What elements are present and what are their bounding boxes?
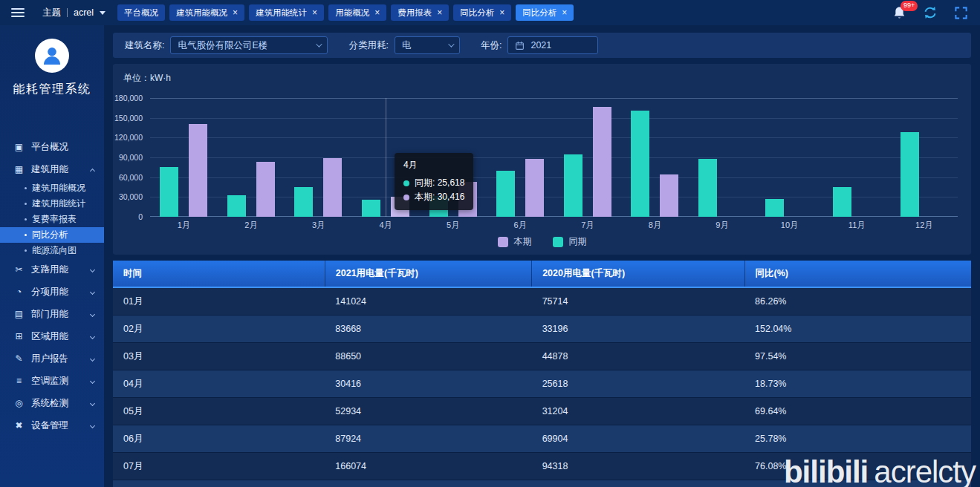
bar-本期-2月[interactable]: [256, 162, 275, 217]
bullet-icon: [25, 187, 27, 189]
yoy-chart-panel: 单位：kW·h 180,000150,000120,00090,00060,00…: [113, 64, 971, 255]
bar-本期-6月[interactable]: [525, 159, 544, 217]
tab-close-icon[interactable]: ×: [233, 8, 238, 17]
category-select[interactable]: 电: [395, 36, 460, 54]
series-dot-icon: [403, 195, 409, 200]
tab-close-icon[interactable]: ×: [562, 8, 567, 17]
table-cell: 02月: [113, 316, 325, 343]
series-dot-icon: [403, 180, 409, 186]
y-tick-label: 60,000: [119, 173, 143, 182]
sidebar-item-branch-energy[interactable]: ✂支路用能: [0, 258, 104, 281]
app-logo: [35, 39, 69, 73]
sidebar-subitem-building-energy-overview[interactable]: 建筑用能概况: [0, 180, 104, 196]
bar-同期-1月[interactable]: [160, 167, 178, 217]
table-cell: 06月: [113, 425, 325, 453]
building-select[interactable]: 电气股份有限公司E楼: [170, 36, 328, 54]
bar-同期-6月[interactable]: [496, 171, 515, 217]
sidebar-subitem-energy-flow-diagram[interactable]: 能源流向图: [0, 243, 104, 258]
refresh-button[interactable]: [923, 5, 938, 20]
table-cell: 31204: [532, 398, 744, 425]
table-cell: 152.04%: [744, 316, 971, 343]
bar-同期-2月[interactable]: [227, 195, 246, 218]
bar-同期-10月[interactable]: [765, 199, 784, 217]
bar-同期-7月[interactable]: [564, 154, 583, 217]
tab-cost-report[interactable]: 费用报表×: [391, 4, 449, 21]
table-cell: 25.78%: [744, 425, 971, 453]
chart-legend: 本期同期: [113, 235, 971, 248]
building-icon: ▦: [13, 164, 25, 174]
sidebar-item-system-check[interactable]: ◎系统检测: [0, 392, 104, 414]
hamburger-menu-icon[interactable]: [11, 8, 25, 17]
sidebar-item-region-energy[interactable]: ⊞区域用能: [0, 325, 104, 347]
sidebar-subitem-tariff-report[interactable]: 复费率报表: [0, 212, 104, 227]
y-tick-label: 0: [138, 212, 143, 221]
axis-pointer-line: [386, 98, 386, 217]
sidebar-subitem-building-energy-stats[interactable]: 建筑用能统计: [0, 196, 104, 212]
bar-同期-11月[interactable]: [833, 187, 851, 217]
table-cell: 18.73%: [744, 370, 971, 398]
x-tick-label: 7月: [554, 220, 621, 231]
bar-本期-3月[interactable]: [323, 158, 342, 217]
table-cell: 87924: [325, 425, 531, 453]
theme-label[interactable]: 主题: [42, 7, 61, 19]
x-tick-label: 2月: [218, 220, 285, 231]
y-tick-label: 150,000: [114, 114, 143, 122]
legend-item-同期[interactable]: 同期: [553, 235, 587, 248]
sidebar-item-label: 支路用能: [31, 264, 68, 276]
column-header: 同比(%): [744, 261, 971, 287]
sidebar-item-department-energy[interactable]: ▤部门用能: [0, 303, 104, 325]
y-tick-label: 30,000: [119, 192, 143, 201]
year-picker[interactable]: 2021: [507, 36, 598, 54]
sidebar-item-platform-overview[interactable]: ▣平台概况: [0, 136, 104, 158]
bar-本期-7月[interactable]: [593, 107, 611, 217]
tab-close-icon[interactable]: ×: [499, 8, 504, 17]
category-filter: 分类用耗: 电: [348, 36, 459, 54]
tab-energy-overview[interactable]: 用能概况×: [328, 4, 386, 21]
sidebar-subitem-yoy-analysis[interactable]: 同比分析: [0, 227, 104, 243]
comparison-table: 时间2021用电量(千瓦时)2020用电量(千瓦时)同比(%) 01月14102…: [113, 261, 971, 487]
sidebar-item-ac-monitoring[interactable]: ≡空调监测: [0, 370, 104, 392]
sidebar-item-subitem-energy[interactable]: ◔分项用能: [0, 281, 104, 303]
tab-yoy-analysis-2[interactable]: 同比分析×: [516, 4, 574, 21]
table-cell: 97.54%: [744, 343, 971, 370]
bar-同期-12月[interactable]: [901, 132, 919, 217]
tooltip-series-value: 同期: 25,618: [415, 176, 464, 190]
x-tick-label: 11月: [823, 220, 891, 231]
divider: [67, 8, 68, 17]
table-cell: 166074: [325, 453, 531, 480]
user-avatar-icon: [39, 43, 65, 68]
tab-building-energy-overview[interactable]: 建筑用能概况×: [169, 4, 244, 21]
chevron-down-icon: [90, 290, 95, 295]
bar-group-month-6: [487, 98, 554, 217]
sidebar-item-building-energy[interactable]: ▦建筑用能: [0, 158, 104, 180]
sidebar-item-label: 设备管理: [31, 419, 68, 432]
legend-item-本期[interactable]: 本期: [498, 235, 532, 248]
bar-group-month-1: [150, 98, 218, 217]
user-menu[interactable]: acrel: [74, 7, 94, 18]
tab-close-icon[interactable]: ×: [437, 8, 442, 17]
sidebar-item-user-report[interactable]: ✎用户报告: [0, 347, 104, 370]
table-cell: 01月: [113, 287, 325, 316]
tab-platform-overview[interactable]: 平台概况: [117, 4, 165, 21]
bar-同期-3月[interactable]: [294, 187, 313, 217]
table-cell: 52934: [325, 398, 531, 425]
tab-building-energy-stats[interactable]: 建筑用能统计×: [249, 4, 324, 21]
bar-同期-9月[interactable]: [698, 159, 717, 217]
sidebar-item-label: 系统检测: [31, 397, 68, 410]
bar-本期-1月[interactable]: [189, 124, 207, 217]
y-tick-label: 90,000: [119, 153, 143, 162]
sidebar-item-device-management[interactable]: ✖设备管理: [0, 414, 104, 437]
tab-bar: 平台概况建筑用能概况×建筑用能统计×用能概况×费用报表×同比分析×同比分析×: [117, 4, 892, 21]
table-cell: 141024: [325, 287, 531, 316]
bar-group-month-3: [285, 98, 352, 217]
tab-close-icon[interactable]: ×: [312, 8, 317, 17]
bar-同期-8月[interactable]: [631, 111, 649, 217]
bar-本期-8月[interactable]: [660, 174, 678, 217]
report-icon: ✎: [13, 353, 25, 364]
table-cell: 94318: [532, 453, 744, 480]
fullscreen-button[interactable]: [954, 6, 968, 20]
bar-同期-4月[interactable]: [362, 200, 380, 217]
tab-close-icon[interactable]: ×: [374, 8, 380, 17]
tab-yoy-analysis[interactable]: 同比分析×: [453, 4, 511, 21]
notification-bell-icon[interactable]: 99+: [892, 6, 906, 20]
